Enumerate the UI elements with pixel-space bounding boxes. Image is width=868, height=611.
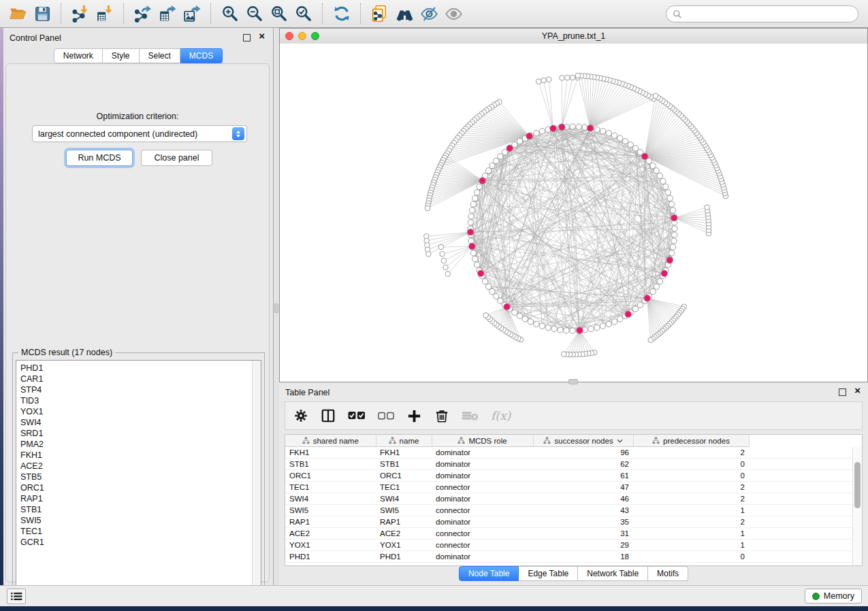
- mcds-list-scrollbar[interactable]: [252, 361, 261, 602]
- horizontal-splitter-grip[interactable]: [568, 379, 578, 384]
- control-panel-tab[interactable]: Select: [140, 48, 180, 63]
- cell-mcds-role[interactable]: dominator: [432, 516, 533, 528]
- cell-name[interactable]: ACE2: [376, 528, 432, 540]
- table-scrollbar[interactable]: [852, 447, 862, 565]
- export-image-icon[interactable]: [180, 2, 204, 25]
- memory-button[interactable]: Memory: [805, 589, 862, 604]
- cell-shared-name[interactable]: ACE2: [285, 528, 376, 540]
- cell-successor-nodes[interactable]: 46: [533, 493, 633, 505]
- column-header[interactable]: MCDS role: [432, 435, 533, 447]
- cell-successor-nodes[interactable]: 35: [533, 516, 633, 528]
- cell-successor-nodes[interactable]: 18: [533, 551, 633, 563]
- splitter-grip[interactable]: [274, 303, 278, 313]
- search-input[interactable]: [682, 9, 852, 20]
- close-panel-button[interactable]: Close panel: [141, 150, 212, 166]
- cell-name[interactable]: SWI4: [376, 493, 432, 505]
- mcds-result-item[interactable]: RAP1: [16, 493, 261, 504]
- mcds-result-item[interactable]: PMA2: [16, 439, 261, 450]
- cell-predecessor-nodes[interactable]: 1: [633, 540, 749, 551]
- cell-successor-nodes[interactable]: 31: [533, 528, 633, 540]
- cell-name[interactable]: ORC1: [376, 470, 432, 482]
- cell-predecessor-nodes[interactable]: 2: [633, 482, 749, 493]
- cell-shared-name[interactable]: PHD1: [285, 551, 376, 563]
- cell-predecessor-nodes[interactable]: 2: [633, 447, 749, 459]
- mcds-result-list[interactable]: PHD1CAR1STP4TID3YOX1SWI4SRD1PMA2FKH1ACE2…: [16, 360, 261, 603]
- table-row[interactable]: SWI5 SWI5 connector 43 1: [285, 505, 862, 516]
- refresh-layout-icon[interactable]: [330, 2, 353, 25]
- cell-mcds-role[interactable]: connector: [432, 482, 533, 493]
- cell-mcds-role[interactable]: dominator: [432, 470, 533, 482]
- cell-name[interactable]: PHD1: [376, 551, 432, 563]
- destroy-table-icon[interactable]: [462, 410, 479, 421]
- show-all-icon[interactable]: [442, 2, 465, 25]
- float-table-panel-icon[interactable]: [839, 389, 846, 396]
- network-titlebar[interactable]: YPA_prune.txt_1: [280, 29, 867, 44]
- table-tab[interactable]: Node Table: [459, 566, 519, 581]
- table-tab[interactable]: Edge Table: [519, 566, 578, 581]
- cell-mcds-role[interactable]: connector: [432, 505, 533, 516]
- cell-successor-nodes[interactable]: 96: [533, 447, 633, 459]
- vertical-splitter[interactable]: [274, 28, 279, 585]
- table-row[interactable]: PHD1 PHD1 dominator 18 0: [285, 551, 862, 563]
- mcds-result-item[interactable]: ORC1: [16, 482, 261, 493]
- cell-shared-name[interactable]: YOX1: [285, 540, 376, 551]
- cell-name[interactable]: TEC1: [376, 482, 432, 493]
- cell-name[interactable]: FKH1: [376, 447, 432, 459]
- criterion-dropdown[interactable]: largest connected component (undirected): [32, 125, 247, 142]
- table-row[interactable]: YOX1 YOX1 connector 29 1: [285, 540, 862, 551]
- add-icon[interactable]: [406, 408, 422, 424]
- cell-predecessor-nodes[interactable]: 2: [633, 493, 749, 505]
- column-header[interactable]: shared name: [285, 435, 376, 447]
- cell-shared-name[interactable]: SWI5: [285, 505, 376, 516]
- cell-mcds-role[interactable]: dominator: [432, 447, 533, 459]
- cell-name[interactable]: SWI5: [376, 505, 432, 516]
- zoom-out-icon[interactable]: [243, 2, 266, 25]
- cell-shared-name[interactable]: STB1: [285, 459, 376, 470]
- mcds-result-item[interactable]: FKH1: [16, 450, 261, 461]
- cell-shared-name[interactable]: TEC1: [285, 482, 376, 493]
- mcds-result-item[interactable]: SWI4: [16, 417, 261, 428]
- gear-icon[interactable]: [293, 408, 308, 423]
- mcds-result-item[interactable]: SWI5: [16, 515, 261, 526]
- columns-icon[interactable]: [321, 408, 336, 423]
- control-panel-tab[interactable]: MCDS: [180, 48, 223, 63]
- select-all-icon[interactable]: [348, 411, 366, 420]
- search-box[interactable]: [666, 5, 858, 22]
- close-table-panel-icon[interactable]: ×: [854, 385, 861, 396]
- table-row[interactable]: TEC1 TEC1 connector 47 2: [285, 482, 862, 493]
- cell-shared-name[interactable]: FKH1: [285, 447, 376, 459]
- cell-mcds-role[interactable]: dominator: [432, 459, 533, 470]
- delete-icon[interactable]: [434, 408, 449, 423]
- import-network-icon[interactable]: [69, 2, 92, 25]
- mcds-result-item[interactable]: STB1: [16, 504, 261, 515]
- table-row[interactable]: STB1 STB1 dominator 62 0: [285, 459, 862, 470]
- mcds-result-item[interactable]: TEC1: [16, 526, 261, 537]
- control-panel-tab[interactable]: Style: [103, 48, 140, 63]
- column-header[interactable]: predecessor nodes: [633, 435, 749, 447]
- mcds-result-item[interactable]: YOX1: [16, 406, 261, 417]
- cell-successor-nodes[interactable]: 47: [533, 482, 633, 493]
- export-network-icon[interactable]: [131, 2, 155, 25]
- cell-predecessor-nodes[interactable]: 1: [633, 528, 749, 540]
- save-icon[interactable]: [31, 2, 54, 25]
- zoom-fit-icon[interactable]: [268, 2, 291, 25]
- task-history-button[interactable]: [7, 589, 26, 604]
- cell-predecessor-nodes[interactable]: 1: [633, 505, 749, 516]
- column-header[interactable]: successor nodes: [533, 435, 633, 447]
- open-folder-icon[interactable]: [6, 2, 29, 25]
- table-scrollbar-thumb[interactable]: [854, 462, 861, 508]
- network-graph[interactable]: [280, 44, 867, 382]
- cell-mcds-role[interactable]: dominator: [432, 551, 533, 563]
- cell-shared-name[interactable]: ORC1: [285, 470, 376, 482]
- mcds-result-item[interactable]: CAR1: [16, 374, 261, 384]
- network-canvas[interactable]: [280, 44, 867, 382]
- table-row[interactable]: ORC1 ORC1 dominator 61 0: [285, 470, 862, 482]
- new-network-from-selection-icon[interactable]: [368, 2, 391, 25]
- cell-predecessor-nodes[interactable]: 2: [633, 516, 749, 528]
- table-row[interactable]: FKH1 FKH1 dominator 96 2: [285, 447, 862, 459]
- control-panel-tab[interactable]: Network: [54, 48, 103, 63]
- column-header[interactable]: name: [376, 435, 432, 447]
- float-panel-icon[interactable]: [243, 34, 251, 42]
- close-panel-icon[interactable]: ×: [259, 31, 265, 42]
- export-table-icon[interactable]: [156, 2, 179, 25]
